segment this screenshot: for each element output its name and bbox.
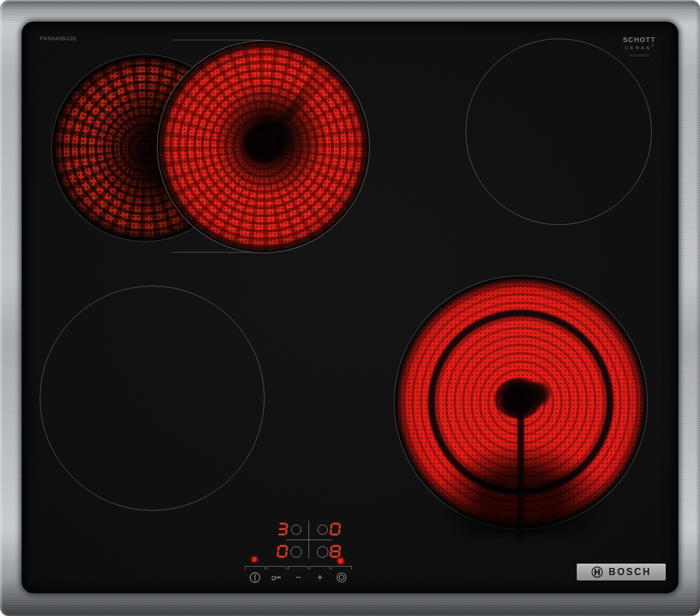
- registered-mark: ®: [651, 44, 654, 48]
- burner-front-right: [394, 276, 648, 529]
- plus-icon: +: [317, 573, 322, 582]
- zone-indicator-dot: [317, 546, 328, 558]
- sensor-stem-shadow: [518, 402, 524, 541]
- indicator-led-right: [338, 558, 343, 564]
- sensor-swirl-shadow: [524, 382, 550, 406]
- cooktop-photo: PKN645BA2E SCHOTT CERAN® 9001009003: [0, 0, 700, 616]
- bosch-wordmark: BOSCH: [609, 567, 651, 578]
- schott-logo-line1: SCHOTT: [620, 36, 659, 43]
- burner-rear-right: [465, 38, 652, 225]
- glass-code-label: 9001009003: [620, 54, 659, 57]
- ceramic-glass-surface: PKN645BA2E SCHOTT CERAN® 9001009003: [22, 22, 678, 593]
- schott-logo-line2: CERAN®: [620, 44, 659, 51]
- power-button[interactable]: [245, 566, 265, 585]
- zone-indicator-dot: [291, 525, 301, 535]
- bosch-anchor-icon: [591, 566, 603, 578]
- indicator-led-left: [252, 557, 257, 562]
- zone-indicator-dot: [318, 525, 328, 535]
- dual-circuit-button[interactable]: [331, 566, 352, 585]
- burner-rear-left-main-circuit: [157, 40, 370, 253]
- display-digit-front-left: [277, 545, 288, 558]
- display-digit-front-right: [330, 545, 341, 558]
- touch-control-strip: − +: [245, 566, 352, 585]
- decrease-button[interactable]: −: [288, 566, 309, 585]
- display-divider-horizontal: [286, 540, 332, 540]
- power-icon: [249, 571, 261, 584]
- child-lock-button[interactable]: [266, 566, 287, 585]
- minus-icon: −: [295, 573, 301, 582]
- display-digit-rear-left: [277, 523, 288, 535]
- model-number-label: PKN645BA2E: [40, 35, 77, 42]
- schott-ceran-logo: SCHOTT CERAN® 9001009003: [620, 36, 659, 57]
- zone-indicator-dot: [290, 546, 302, 558]
- bosch-brand-badge: BOSCH: [577, 564, 666, 581]
- burner-front-left: [40, 286, 265, 511]
- increase-button[interactable]: +: [310, 566, 330, 585]
- key-icon: [271, 573, 283, 582]
- heater-filament-shadow: [260, 73, 322, 149]
- display-digit-rear-right: [330, 523, 341, 535]
- dual-zone-icon: [336, 571, 348, 584]
- roaster-zone-outline-top: [172, 40, 262, 40]
